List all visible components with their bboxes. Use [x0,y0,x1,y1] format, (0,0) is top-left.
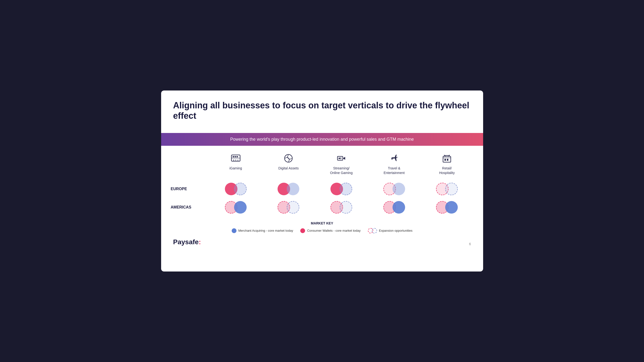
cell-europe-igaming [210,180,262,198]
key-label-dashed: Expansion opportunities [379,229,412,232]
page-number: 6 [469,242,471,246]
banner: Powering the world's play through produc… [161,133,483,146]
footer: Paysafe: 6 [161,236,483,251]
logo-text: Paysafe [173,238,199,246]
svg-marker-10 [343,157,345,160]
col-retail-label: Retail/Hospitality [439,166,455,175]
col-digital-assets-label: Digital Assets [278,166,298,170]
svg-rect-16 [447,159,448,161]
venn-europe-streaming [330,182,352,196]
key-label-red: Consumer Wallets - core market today [307,229,360,232]
cell-americas-digital [262,198,315,217]
cell-europe-retail [420,180,474,198]
venn-americas-streaming [330,201,352,214]
travel-icon [389,153,400,164]
row-europe-label: EUROPE [171,180,210,198]
cell-americas-travel [368,198,420,217]
venn-americas-retail [436,201,458,214]
key-label-blue: Merchant Acquiring - core market today [238,229,293,232]
venn-americas-igaming [225,201,247,214]
key-item-blue: Merchant Acquiring - core market today [232,228,293,233]
circle-right [340,183,352,195]
grid-table: $ € £ iGaming Digital Assets [171,153,474,216]
col-igaming-label: iGaming [230,166,242,170]
slide: Aligning all businesses to focus on targ… [161,90,483,272]
market-key-title: MARKET KEY [311,221,333,225]
streaming-icon [336,153,347,164]
cell-americas-retail [420,198,474,217]
row-americas-label: AMERICAS [171,198,210,217]
slide-title: Aligning all businesses to focus on targ… [173,100,471,121]
key-item-dashed: Expansion opportunities [368,228,412,233]
cell-europe-digital [262,180,315,198]
col-header-travel: Travel &Entertainment [368,153,420,180]
key-circle-red [300,228,305,233]
venn-europe-retail [436,182,458,196]
digital-assets-icon [283,153,294,164]
cell-europe-streaming [315,180,368,198]
retail-icon [442,153,452,164]
venn-europe-igaming [225,182,247,196]
svg-rect-3 [234,156,236,157]
logo: Paysafe: [173,238,201,246]
circle-right [234,201,247,214]
circle-right [340,201,352,214]
key-dashed-circles [368,228,377,233]
col-header-igaming: $ € £ iGaming [210,153,262,180]
market-key-items: Merchant Acquiring - core market today C… [232,228,412,233]
svg-rect-15 [444,159,446,161]
key-item-red: Consumer Wallets - core market today [300,228,360,233]
venn-americas-digital [278,201,299,214]
svg-text:€: € [235,159,236,161]
logo-colon: : [198,238,201,246]
svg-rect-13 [340,158,341,159]
cell-europe-travel [368,180,420,198]
circle-right [392,183,405,195]
svg-rect-18 [449,155,450,156]
igaming-icon: $ € £ [230,153,241,164]
venn-europe-digital [278,182,299,196]
venn-europe-travel [383,182,405,196]
col-header-digital-assets: Digital Assets [262,153,315,180]
circle-right [287,201,299,214]
venn-americas-travel [383,201,405,214]
cell-americas-streaming [315,198,368,217]
col-header-streaming: Streaming/Online Gaming [315,153,368,180]
grid-section: $ € £ iGaming Digital Assets [161,153,483,216]
circle-right [445,183,458,195]
svg-text:$: $ [233,159,234,161]
svg-rect-17 [444,155,445,156]
svg-rect-12 [338,158,339,159]
cell-americas-igaming [210,198,262,217]
market-key-section: MARKET KEY Merchant Acquiring - core mar… [161,217,483,236]
col-travel-label: Travel &Entertainment [384,166,404,175]
col-streaming-label: Streaming/Online Gaming [330,166,352,175]
circle-right [445,201,458,214]
svg-rect-4 [236,156,238,157]
key-circle-blue [232,228,236,233]
col-header-retail: Retail/Hospitality [420,153,474,180]
circle-right [287,183,299,195]
key-dashed-right [372,228,377,233]
svg-rect-2 [232,156,234,157]
circle-right [392,201,405,214]
circle-right [234,183,247,195]
svg-text:£: £ [238,159,239,161]
